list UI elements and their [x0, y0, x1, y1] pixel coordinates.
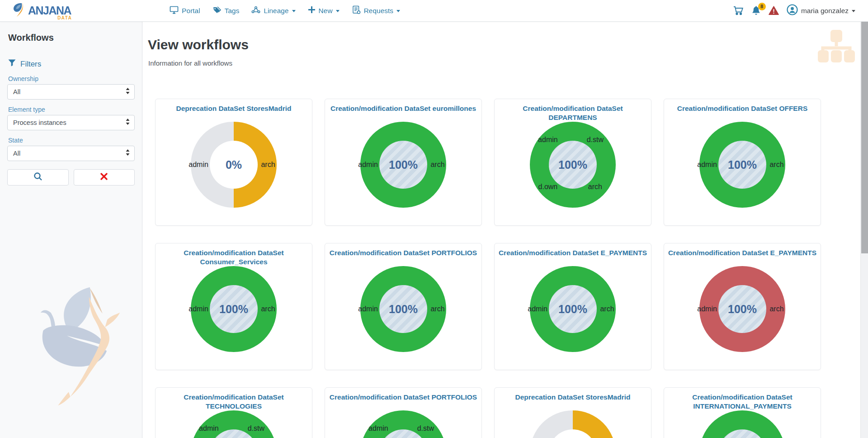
workflow-progress-donut: 100% adminarch — [699, 410, 785, 438]
donut-role-label: admin — [358, 305, 378, 313]
notifications-bell-button[interactable]: 8 — [751, 6, 761, 16]
donut-role-label: d.stw — [417, 424, 434, 433]
select-value: All — [13, 150, 126, 157]
workflow-card[interactable]: Creation/modification DataSet E_PAYMENTS… — [664, 243, 821, 370]
anjana-fairy-watermark — [26, 279, 128, 409]
donut-role-label: admin — [189, 305, 208, 313]
brand-name: ANJANA — [28, 4, 71, 17]
nav-label: New — [319, 7, 333, 15]
workflow-card[interactable]: Creation/modification DataSet TECHNOLOGI… — [155, 387, 312, 438]
nav-item-portal[interactable]: Portal — [170, 6, 200, 16]
scrollbar-thumb[interactable] — [861, 22, 868, 253]
field-label: Element type — [8, 106, 135, 113]
donut-role-label: d.stw — [587, 136, 604, 144]
donut-role-label: arch — [769, 161, 783, 169]
donut-role-label: admin — [697, 161, 717, 169]
ownership-select[interactable]: All — [7, 84, 135, 100]
main-navigation: Portal Tags Lineage — [170, 5, 400, 16]
select-arrows-icon — [126, 88, 130, 96]
donut-role-label: arch — [261, 305, 275, 313]
workflow-card-title: Creation/modification DataSet INTERNATIO… — [668, 393, 817, 411]
donut-center: 100% — [379, 141, 427, 189]
workflow-card[interactable]: Deprecation DataSet StoresMadrid 0% admi… — [494, 387, 651, 438]
workflow-card[interactable]: Creation/modification DataSet PORTFOLIOS… — [325, 387, 482, 438]
search-button[interactable] — [7, 169, 69, 186]
select-arrows-icon — [126, 149, 130, 157]
workflow-cards-grid: Deprecation DataSet StoresMadrid 0% admi… — [155, 99, 821, 438]
donut-percent: 100% — [389, 303, 418, 316]
workflow-card-title: Creation/modification DataSet TECHNOLOGI… — [159, 393, 308, 411]
nav-item-requests[interactable]: Requests — [352, 5, 400, 16]
donut-center: 100% — [210, 285, 258, 333]
portal-monitor-icon — [170, 6, 179, 16]
workflow-card[interactable]: Creation/modification DataSet OFFERS 100… — [664, 99, 821, 226]
donut-percent: 100% — [558, 303, 587, 316]
donut-role-label: d.own — [538, 183, 558, 191]
select-arrows-icon — [126, 119, 130, 127]
workflow-card[interactable]: Creation/modification DataSet euromillon… — [325, 99, 482, 226]
donut-percent: 100% — [728, 303, 757, 316]
donut-role-label: admin — [358, 161, 378, 169]
donut-percent: 100% — [389, 158, 418, 171]
state-select[interactable]: All — [7, 146, 135, 161]
donut-role-label: arch — [600, 305, 614, 313]
workflow-progress-donut: 100% adminarch — [191, 266, 277, 352]
clear-filters-button[interactable] — [74, 169, 135, 186]
workflow-card[interactable]: Creation/modification DataSet INTERNATIO… — [664, 387, 821, 438]
workflow-card-title: Creation/modification DataSet PORTFOLIOS — [329, 248, 478, 257]
workflow-progress-donut: 100% admind.stwd.ownarch — [191, 410, 277, 438]
donut-center: 100% — [718, 285, 766, 333]
user-menu[interactable]: maria gonzalez — [787, 4, 855, 17]
nav-item-lineage[interactable]: Lineage — [251, 6, 295, 16]
donut-center: 100% — [379, 285, 427, 333]
select-value: Process instances — [13, 119, 126, 126]
workflow-progress-donut: 100% adminarch — [360, 122, 446, 208]
donut-role-label: d.stw — [248, 424, 264, 433]
donut-role-label: arch — [588, 183, 602, 191]
filter-actions — [7, 169, 135, 186]
filters-sidebar: Workflows Filters Ownership All Element … — [0, 22, 142, 438]
workflow-card-title: Creation/modification DataSet euromillon… — [329, 104, 478, 113]
alerts-warning-button[interactable] — [769, 6, 779, 15]
lineage-icon — [251, 6, 260, 16]
filter-field-ownership: Ownership All — [7, 75, 135, 100]
chevron-down-icon — [396, 10, 400, 12]
donut-percent: 100% — [728, 158, 757, 171]
workflow-card-title: Creation/modification DataSet DEPARTMENS — [498, 104, 647, 122]
workflow-card-title: Creation/modification DataSet E_PAYMENTS — [668, 248, 817, 257]
workflow-progress-donut: 100% adminarch — [530, 266, 616, 352]
cart-button[interactable] — [733, 6, 744, 15]
nav-item-new[interactable]: New — [308, 6, 340, 15]
nav-label: Portal — [182, 7, 200, 15]
nav-label: Lineage — [264, 7, 288, 15]
nav-item-tags[interactable]: Tags — [212, 6, 240, 16]
filters-heading: Filters — [8, 59, 142, 69]
workflow-card-title: Deprecation DataSet StoresMadrid — [159, 104, 308, 113]
workflow-progress-donut: 100% adminarch — [360, 266, 446, 352]
notification-count-badge: 8 — [758, 3, 766, 10]
donut-center: 0% — [210, 141, 258, 189]
workflow-card[interactable]: Creation/modification DataSet E_PAYMENTS… — [494, 243, 651, 370]
donut-role-label: arch — [430, 305, 444, 313]
workflow-card[interactable]: Deprecation DataSet StoresMadrid 0% admi… — [155, 99, 312, 226]
filters-heading-label: Filters — [20, 60, 41, 69]
donut-role-label: admin — [368, 424, 388, 433]
filter-funnel-icon — [8, 59, 16, 69]
donut-percent: 100% — [219, 303, 248, 316]
plus-icon — [308, 6, 316, 15]
workflow-card[interactable]: Creation/modification DataSet Consumer_S… — [155, 243, 312, 370]
nav-label: Requests — [364, 7, 393, 15]
donut-center: 100% — [549, 141, 597, 189]
brand-logo[interactable]: ANJANA DATA — [12, 2, 71, 20]
workflow-card[interactable]: Creation/modification DataSet DEPARTMENS… — [494, 99, 651, 226]
element-type-select[interactable]: Process instances — [7, 115, 135, 130]
chevron-down-icon — [336, 10, 340, 12]
workflow-card[interactable]: Creation/modification DataSet PORTFOLIOS… — [325, 243, 482, 370]
chevron-down-icon — [852, 10, 855, 12]
donut-center: 100% — [718, 141, 766, 189]
field-label: State — [8, 137, 135, 144]
search-icon — [33, 172, 42, 183]
filter-field-element-type: Element type Process instances — [7, 106, 135, 130]
donut-role-label: admin — [189, 161, 208, 169]
donut-role-label: arch — [430, 161, 444, 169]
